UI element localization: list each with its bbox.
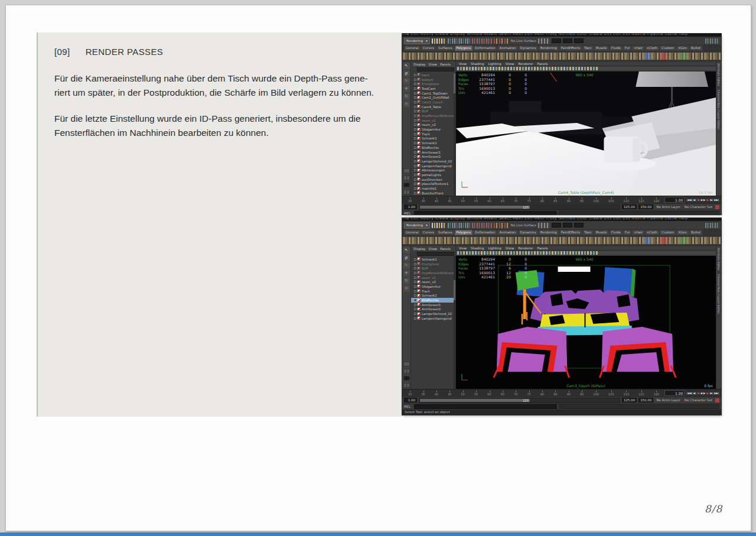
outliner-search-field[interactable] — [417, 252, 454, 256]
shelf-tab[interactable]: Polygons — [455, 230, 472, 235]
layout-button-four-pane[interactable] — [403, 376, 410, 381]
outliner-item[interactable]: EnvSphere — [414, 82, 455, 86]
playback-button-icon[interactable]: |◀ — [692, 198, 695, 202]
tool-button-icon[interactable]: ↻ — [403, 278, 410, 284]
viewport-menu[interactable]: Renderer — [518, 246, 533, 250]
character-set-selector[interactable]: No Character Set — [683, 205, 713, 209]
outliner-item[interactable]: LampenHaengend — [414, 164, 455, 168]
shelf-tab[interactable]: XGen — [676, 46, 689, 51]
outliner-item[interactable]: raum_v2 — [414, 123, 455, 128]
outliner-item[interactable]: Schrank2 — [414, 294, 455, 298]
animation-end-field[interactable]: 150.00 — [638, 204, 653, 209]
shelf-tab[interactable]: Dynamics — [519, 46, 538, 51]
outliner-item[interactable]: EnvSphere — [414, 262, 455, 267]
playback-button-icon[interactable]: ◀ — [700, 198, 702, 202]
playback-button-icon[interactable]: |◀ — [696, 391, 699, 395]
playback-button-icon[interactable]: ▶ — [703, 198, 705, 202]
animation-end-field[interactable]: 150.00 — [638, 398, 653, 402]
outliner-item[interactable]: portalLights — [414, 173, 455, 177]
expand-checkbox[interactable] — [414, 119, 416, 122]
expand-checkbox[interactable] — [414, 110, 416, 112]
outliner-item[interactable]: Abmessungen — [414, 168, 455, 173]
expand-checkbox[interactable] — [414, 267, 416, 269]
shelf-tab[interactable]: Animation — [497, 230, 517, 235]
outliner-item[interactable]: mainViz1 — [414, 186, 455, 191]
tool-button-icon[interactable]: ✎ — [403, 262, 410, 269]
outliner-menu[interactable]: Panels — [440, 63, 451, 66]
viewport-canvas-depth[interactable]: Verts84029400 Edges237744100 Faces153879… — [456, 72, 716, 196]
shelf-tab[interactable]: nHair — [632, 230, 644, 235]
expand-checkbox[interactable] — [414, 285, 416, 288]
time-slider[interactable]: 3035404550556065707580859095100105110115… — [402, 389, 721, 397]
tool-button-icon[interactable]: ρ — [403, 255, 410, 261]
expand-checkbox[interactable] — [414, 174, 416, 176]
outliner-item[interactable]: LampeStehend_02 — [414, 159, 455, 164]
tool-button-icon[interactable]: ↻ — [403, 93, 410, 100]
snap-icons[interactable] — [472, 38, 492, 44]
playback-button-icon[interactable]: ▶ — [703, 391, 705, 395]
outliner-item[interactable]: Cam3_Couch — [414, 100, 455, 105]
file-icons[interactable] — [432, 223, 446, 228]
shelf-tab[interactable]: General — [404, 46, 421, 51]
expand-checkbox[interactable] — [414, 106, 416, 108]
viewport-menu[interactable]: Shading — [471, 246, 484, 250]
viewport-toolbar-icons[interactable] — [456, 66, 716, 72]
expand-checkbox[interactable] — [414, 128, 416, 131]
outliner-item[interactable]: Cam4_Table — [414, 105, 455, 109]
outliner-item[interactable]: bottom — [414, 77, 455, 82]
viewport-menu[interactable]: Shading — [471, 62, 484, 66]
outliner-item[interactable]: Tisch — [414, 289, 455, 294]
shelf-tab[interactable]: Fluids — [610, 230, 623, 235]
shelf-icons-strip[interactable] — [402, 236, 721, 246]
range-slider-bar[interactable]: 125 — [420, 399, 530, 402]
shelf-tab[interactable]: nHair — [632, 46, 644, 51]
shelf-tab[interactable]: Fluids — [610, 46, 623, 51]
expand-checkbox[interactable] — [414, 101, 416, 103]
outliner-item[interactable]: BuecherFront — [414, 191, 455, 196]
outliner-scrollbar[interactable] — [454, 72, 455, 196]
expand-checkbox[interactable] — [414, 272, 416, 274]
expand-checkbox[interactable] — [414, 87, 416, 90]
outliner-item[interactable]: Cam2_OutOfWall — [414, 95, 455, 100]
auto-keyframe-icon[interactable] — [715, 398, 719, 402]
shelf-tab[interactable]: PaintEffects — [559, 46, 582, 51]
range-slider[interactable]: 125 — [419, 398, 620, 403]
playback-button-icon[interactable]: ▶| — [711, 391, 713, 395]
layout-button-single[interactable] — [403, 362, 410, 366]
outliner-menu[interactable]: Display — [413, 63, 425, 66]
expand-checkbox[interactable] — [414, 169, 416, 171]
shelf-tab[interactable]: General — [404, 230, 421, 235]
outliner-item[interactable]: sunDirection — [414, 177, 455, 182]
timeline-ticks[interactable]: 3035404550556065707580859095100105110115… — [402, 196, 663, 203]
playback-button-icon[interactable]: ▶| — [706, 198, 709, 202]
playback-button-icon[interactable]: |◀ — [696, 198, 699, 202]
tool-button-icon[interactable]: ✎ — [403, 78, 410, 85]
expand-checkbox[interactable] — [414, 281, 416, 283]
expand-checkbox[interactable] — [414, 263, 416, 265]
tool-button-icon[interactable]: ρ — [403, 70, 410, 77]
expand-checkbox[interactable] — [414, 313, 416, 315]
viewport-toolbar-icons[interactable] — [456, 251, 716, 256]
outliner-item[interactable]: BildRechts — [414, 145, 455, 150]
sidebar-toggle-icons[interactable] — [705, 223, 719, 228]
coord-input-z[interactable] — [574, 223, 584, 228]
expand-checkbox[interactable] — [414, 115, 416, 117]
expand-checkbox[interactable] — [414, 92, 416, 95]
anim-layer-selector[interactable]: No Anim Layer — [655, 205, 681, 209]
viewport-menu[interactable]: Panels — [537, 62, 548, 66]
viewport-menu[interactable]: Renderer — [518, 62, 533, 66]
coord-input-z[interactable] — [574, 38, 584, 43]
range-slider[interactable]: 125 — [419, 204, 620, 210]
shelf-tab[interactable]: Rendering — [539, 46, 559, 51]
outliner-item[interactable]: ImpMenschReference — [414, 271, 455, 275]
menuset-dropdown[interactable]: Rendering ▾ — [404, 222, 430, 229]
outliner-item[interactable]: raum_v2 — [414, 280, 455, 284]
playback-button-icon[interactable]: ▶▶| — [714, 391, 719, 395]
shelf-tab[interactable]: XGen — [676, 230, 689, 235]
shelf-tab[interactable]: Curves — [421, 46, 436, 51]
shelf-tab[interactable]: Curves — [421, 230, 436, 235]
viewport-menu[interactable]: Panels — [537, 246, 548, 250]
viewport-menu[interactable]: Show — [506, 246, 514, 250]
tool-button-icon[interactable]: ✛ — [403, 270, 410, 277]
outliner-menu[interactable]: Display — [413, 247, 425, 251]
